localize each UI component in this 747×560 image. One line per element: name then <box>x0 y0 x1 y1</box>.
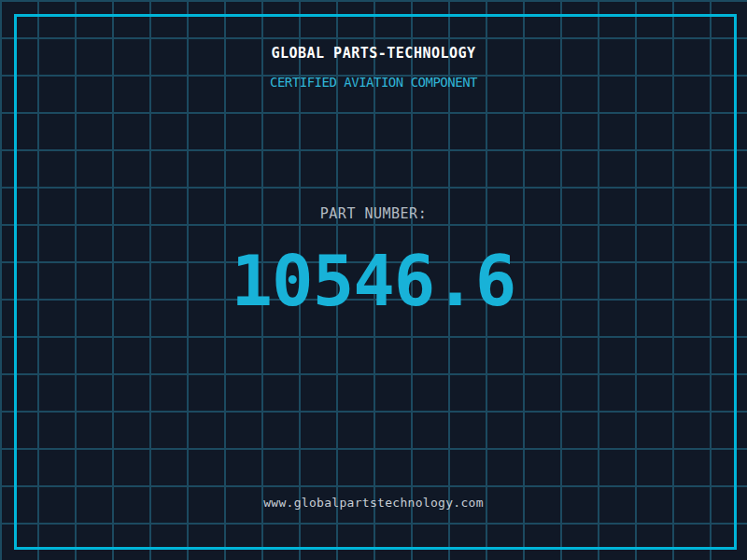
part-label-page: GLOBAL PARTS-TECHNOLOGY CERTIFIED AVIATI… <box>0 0 747 560</box>
company-title: GLOBAL PARTS-TECHNOLOGY <box>0 45 747 62</box>
website-url: www.globalpartstechnology.com <box>0 496 747 510</box>
certification-subtitle: CERTIFIED AVIATION COMPONENT <box>0 75 747 90</box>
part-number-label: PART NUMBER: <box>0 206 747 222</box>
part-number-value: 10546.6 <box>0 246 747 315</box>
